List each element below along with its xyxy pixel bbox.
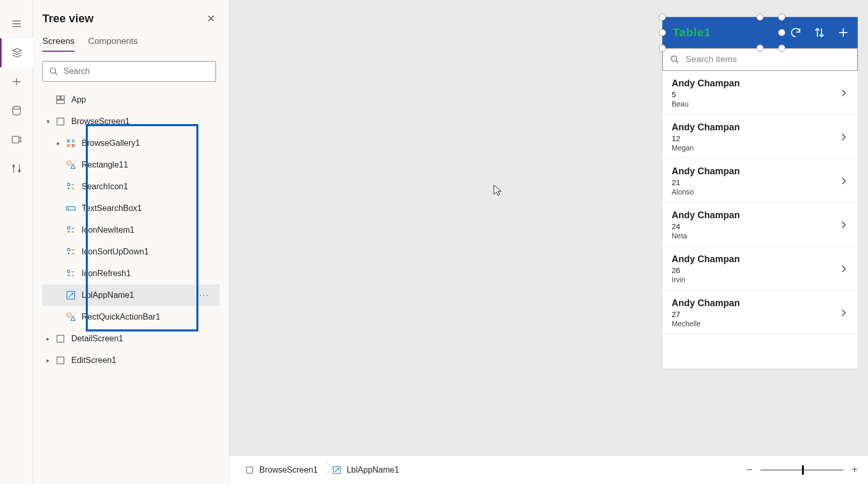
tree-view-icon[interactable] bbox=[0, 38, 33, 67]
item-subtitle: Irvin bbox=[672, 276, 740, 284]
tree-screen-detail[interactable]: ▸ DetailScreen1 bbox=[42, 328, 220, 350]
chevron-right-icon[interactable]: ▸ bbox=[44, 357, 52, 364]
design-canvas[interactable]: Table1 Search items Andy Champan5BeauAnd… bbox=[229, 0, 868, 455]
tree-screen-browse[interactable]: ▾ BrowseScreen1 bbox=[42, 111, 220, 132]
tree-node-Rectangle11[interactable]: Rectangle11··· bbox=[42, 154, 220, 176]
tree-node-label: SearchIcon1 bbox=[82, 182, 128, 191]
tree-node-TextSearchBox1[interactable]: TextSearchBox1··· bbox=[42, 198, 220, 219]
selection-handle[interactable] bbox=[659, 29, 666, 36]
data-icon[interactable] bbox=[0, 96, 33, 125]
icon-icon bbox=[65, 246, 76, 258]
chevron-right-icon[interactable]: ▸ bbox=[44, 335, 52, 342]
svg-rect-7 bbox=[67, 140, 70, 143]
chevron-down-icon[interactable]: ▾ bbox=[44, 118, 52, 125]
selection-handle[interactable] bbox=[778, 29, 785, 36]
tree-node-BrowseGallery1[interactable]: ▸BrowseGallery1··· bbox=[42, 132, 220, 154]
cursor-icon bbox=[493, 184, 502, 196]
chevron-right-icon[interactable]: ▸ bbox=[55, 140, 62, 147]
tree-view-panel: Tree view ✕ Screens Components App ▾ Bro… bbox=[33, 0, 229, 484]
app-header[interactable]: Table1 bbox=[662, 17, 858, 48]
tab-screens[interactable]: Screens bbox=[42, 36, 74, 52]
tree-node-label: IconRefresh1 bbox=[82, 269, 131, 278]
media-icon[interactable] bbox=[0, 125, 33, 154]
svg-point-15 bbox=[67, 248, 70, 251]
breadcrumb-control[interactable]: LblAppName1 bbox=[327, 460, 408, 480]
svg-rect-3 bbox=[57, 96, 60, 100]
tree-search-input[interactable] bbox=[64, 67, 209, 76]
app-search-placeholder: Search items bbox=[686, 54, 737, 65]
app-title-label[interactable]: Table1 bbox=[673, 26, 711, 39]
selection-handle[interactable] bbox=[756, 44, 764, 52]
icon-icon bbox=[65, 224, 76, 236]
label-icon bbox=[65, 290, 76, 301]
screen-icon bbox=[55, 116, 66, 127]
zoom-in-button[interactable]: + bbox=[851, 464, 858, 476]
gallery-item[interactable]: Andy Champan21Alonso bbox=[662, 159, 858, 203]
tree: App ▾ BrowseScreen1 ▸BrowseGallery1···Re… bbox=[42, 89, 220, 371]
close-icon[interactable]: ✕ bbox=[203, 10, 220, 27]
tree-node-IconNewItem1[interactable]: IconNewItem1··· bbox=[42, 219, 220, 241]
tree-node-label: LblAppName1 bbox=[82, 291, 134, 300]
chevron-right-icon[interactable] bbox=[839, 262, 848, 276]
selection-handle[interactable] bbox=[756, 13, 764, 21]
gallery-item[interactable]: Andy Champan12Megan bbox=[662, 115, 858, 159]
svg-point-2 bbox=[50, 68, 56, 73]
chevron-right-icon[interactable] bbox=[839, 306, 848, 320]
textbox-icon bbox=[65, 203, 76, 214]
insert-icon[interactable] bbox=[0, 67, 33, 96]
item-title: Andy Champan bbox=[672, 78, 740, 89]
more-icon[interactable]: ··· bbox=[199, 291, 209, 300]
tree-node-IconSortUpDown1[interactable]: IconSortUpDown1··· bbox=[42, 241, 220, 263]
tab-components[interactable]: Components bbox=[88, 36, 137, 52]
breadcrumb-screen[interactable]: BrowseScreen1 bbox=[240, 460, 327, 480]
tree-node-label: RectQuickActionBar1 bbox=[82, 312, 160, 322]
left-rail bbox=[0, 0, 33, 484]
svg-rect-20 bbox=[57, 357, 64, 364]
tree-node-label: Rectangle11 bbox=[82, 160, 128, 170]
zoom-slider[interactable] bbox=[761, 470, 843, 471]
chevron-right-icon[interactable] bbox=[839, 86, 848, 100]
add-icon[interactable] bbox=[837, 26, 849, 39]
tree-screen-edit[interactable]: ▸ EditScreen1 bbox=[42, 350, 220, 371]
status-bar: BrowseScreen1 LblAppName1 − + bbox=[229, 455, 868, 484]
tree-node-SearchIcon1[interactable]: SearchIcon1··· bbox=[42, 176, 220, 198]
selection-handle[interactable] bbox=[659, 44, 666, 52]
tree-app[interactable]: App bbox=[42, 89, 220, 111]
hamburger-icon[interactable] bbox=[0, 9, 33, 38]
sort-icon[interactable] bbox=[813, 26, 826, 39]
chevron-right-icon[interactable] bbox=[839, 218, 848, 232]
item-subtitle: Megan bbox=[672, 144, 740, 152]
gallery-item[interactable]: Andy Champan26Irvin bbox=[662, 247, 858, 291]
screen-icon bbox=[55, 355, 66, 366]
tree-screen-label: DetailScreen1 bbox=[71, 334, 123, 343]
tree-node-LblAppName1[interactable]: LblAppName1··· bbox=[42, 284, 220, 306]
svg-point-18 bbox=[67, 313, 71, 317]
panel-title: Tree view bbox=[42, 12, 94, 25]
tree-node-RectQuickActionBar1[interactable]: RectQuickActionBar1··· bbox=[42, 306, 220, 328]
svg-point-11 bbox=[67, 161, 71, 165]
tree-search[interactable] bbox=[42, 61, 216, 82]
zoom-out-button[interactable]: − bbox=[747, 464, 753, 476]
search-icon bbox=[49, 67, 58, 76]
item-subtitle: Mechelle bbox=[672, 320, 740, 328]
selection-handle[interactable] bbox=[778, 13, 785, 21]
gallery-item[interactable]: Andy Champan24Neta bbox=[662, 203, 858, 247]
selection-handle[interactable] bbox=[659, 13, 666, 21]
tree-node-IconRefresh1[interactable]: IconRefresh1··· bbox=[42, 263, 220, 284]
refresh-icon[interactable] bbox=[789, 26, 802, 39]
item-number: 24 bbox=[672, 222, 740, 231]
app-icon bbox=[55, 94, 66, 105]
item-subtitle: Beau bbox=[672, 100, 740, 108]
item-title: Andy Champan bbox=[672, 122, 740, 133]
panel-tabs: Screens Components bbox=[42, 36, 220, 52]
chevron-right-icon[interactable] bbox=[839, 130, 848, 144]
gallery-item[interactable]: Andy Champan5Beau bbox=[662, 71, 858, 115]
tree-node-label: BrowseGallery1 bbox=[82, 139, 140, 148]
gallery-item[interactable]: Andy Champan27Mechelle bbox=[662, 291, 858, 335]
svg-point-16 bbox=[67, 270, 70, 273]
app-gallery[interactable]: Andy Champan5BeauAndy Champan12MeganAndy… bbox=[662, 71, 858, 335]
chevron-right-icon[interactable] bbox=[839, 174, 848, 188]
selection-handle[interactable] bbox=[778, 44, 785, 52]
settings-icon[interactable] bbox=[0, 154, 33, 183]
svg-rect-19 bbox=[57, 335, 64, 342]
